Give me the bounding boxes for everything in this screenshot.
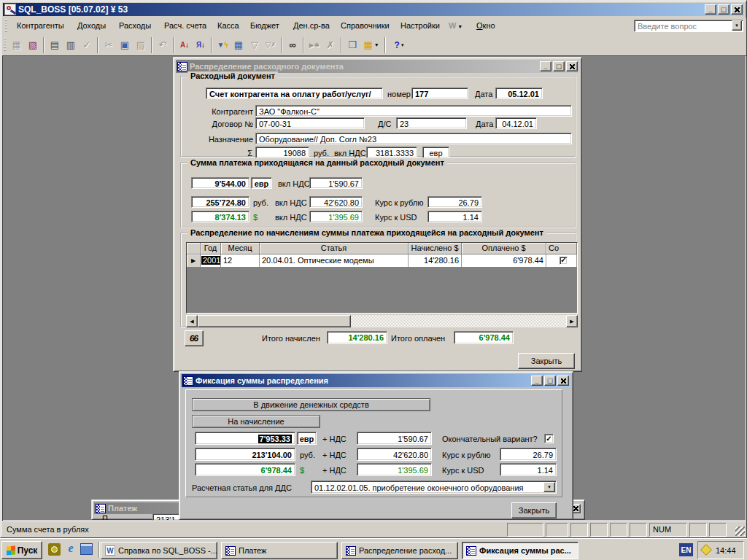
menu-kontragenty[interactable]: Контрагенты bbox=[15, 20, 66, 31]
start-button[interactable]: Пуск bbox=[1, 541, 42, 559]
d2-close-button[interactable] bbox=[557, 376, 569, 386]
d2-minimize-button[interactable] bbox=[531, 376, 543, 386]
header-accrued[interactable]: Начислено $ bbox=[409, 243, 462, 254]
print-icon[interactable]: ▤ bbox=[47, 37, 63, 53]
print-preview-icon[interactable]: ▥ bbox=[63, 37, 79, 53]
rate-rub-field[interactable]: 26.79 bbox=[427, 196, 482, 208]
row-selector-icon[interactable] bbox=[187, 254, 201, 267]
task-fixation[interactable]: Фиксация суммы рас... bbox=[462, 542, 578, 559]
menu-nastroyki[interactable]: Настройки bbox=[399, 20, 441, 31]
pay-usd-vat-field[interactable]: 1'395.69 bbox=[309, 211, 363, 222]
contractor-field[interactable]: ЗАО "Фалкон-С" bbox=[255, 105, 572, 117]
menu-rasch-scheta[interactable]: Расч. счета bbox=[163, 20, 208, 31]
pay-eur-cur-field[interactable]: евр bbox=[251, 177, 272, 189]
question-box[interactable]: Введите вопрос bbox=[634, 20, 743, 32]
scroll-thumb[interactable] bbox=[198, 315, 351, 327]
new-record-icon[interactable]: ▶✱ bbox=[306, 37, 322, 53]
sort-descending-icon[interactable]: Я↓ bbox=[193, 37, 209, 53]
fix-eur-vat-field[interactable]: 1'590.67 bbox=[357, 432, 432, 445]
cell-paid[interactable]: 6'978.44 bbox=[462, 254, 546, 267]
fix-eur-field[interactable]: 7'953.33 bbox=[195, 432, 295, 445]
d1-close-button[interactable] bbox=[566, 61, 578, 71]
menu-grip[interactable] bbox=[5, 19, 7, 34]
menu-raskhody[interactable]: Расходы bbox=[117, 20, 152, 31]
new-object-icon[interactable]: ▦ ▼ bbox=[360, 37, 382, 53]
toolbar-grip[interactable] bbox=[4, 38, 6, 52]
word-menu-icon[interactable]: W ▼ bbox=[447, 20, 464, 32]
dds-dropdown-icon[interactable] bbox=[543, 482, 555, 492]
d2-close-action-button[interactable]: Закрыть bbox=[511, 502, 557, 518]
quicklaunch-app-icon[interactable] bbox=[48, 543, 61, 556]
pay-usd-field[interactable]: 8'374.13 bbox=[191, 211, 249, 222]
header-month[interactable]: Месяц bbox=[221, 243, 260, 254]
purpose-field[interactable]: Оборудование// Доп. Согл №23 bbox=[255, 133, 572, 144]
d2-maximize-button[interactable] bbox=[544, 376, 556, 386]
sort-ascending-icon[interactable]: А↓ bbox=[177, 37, 193, 53]
d1-close-action-button[interactable]: Закрыть bbox=[518, 353, 575, 369]
database-window-icon[interactable]: ❒ bbox=[344, 37, 360, 53]
header-year[interactable]: Год bbox=[201, 243, 221, 254]
cash-flow-button[interactable]: В движение денежных средств bbox=[192, 398, 430, 411]
doc-date-field[interactable]: 05.12.01 bbox=[495, 88, 543, 99]
tray-icon[interactable] bbox=[700, 544, 712, 556]
date2-field[interactable]: 04.12.01 bbox=[495, 117, 537, 129]
table-hscrollbar[interactable]: ◀ ▶ bbox=[186, 315, 578, 327]
resize-grip[interactable] bbox=[735, 526, 745, 536]
spelling-icon[interactable]: ✓ bbox=[79, 37, 95, 53]
main-close-button[interactable] bbox=[731, 4, 743, 15]
cut-icon[interactable]: ✂ bbox=[101, 37, 117, 53]
d1-maximize-button[interactable] bbox=[553, 61, 565, 71]
main-minimize-button[interactable] bbox=[705, 4, 716, 15]
cell-co[interactable] bbox=[546, 254, 577, 267]
dds-combo[interactable]: 01.12.02.01.05. приобретение оконечного … bbox=[311, 481, 557, 494]
menu-den-sredstva[interactable]: Ден.ср-ва bbox=[292, 20, 331, 31]
fix-usd-vat-field[interactable]: 1'395.69 bbox=[357, 463, 432, 476]
total-paid-field[interactable]: 6'978.44 bbox=[454, 331, 514, 344]
copy-icon[interactable]: ▣ bbox=[117, 37, 133, 53]
question-box-dropdown-icon[interactable] bbox=[732, 20, 742, 31]
cell-month[interactable]: 12 bbox=[221, 254, 260, 267]
contract-field[interactable]: 07-00-31 bbox=[255, 117, 365, 129]
header-co[interactable]: Со bbox=[546, 243, 577, 254]
pay-rub-field[interactable]: 255'724.80 bbox=[191, 196, 249, 208]
menu-byudzhet[interactable]: Бюджет bbox=[249, 20, 281, 31]
total-accrued-field[interactable]: 14'280.16 bbox=[327, 331, 387, 344]
task-help[interactable]: Справка по SQL_BOSS -... bbox=[101, 542, 217, 559]
menu-dokhody[interactable]: Доходы bbox=[76, 20, 107, 31]
menu-spravochniki[interactable]: Справочники bbox=[339, 20, 391, 31]
clock[interactable]: 14:44 bbox=[716, 546, 736, 556]
cell-year[interactable]: 2001 bbox=[201, 254, 221, 267]
filter-icon[interactable]: ▽ bbox=[247, 37, 263, 53]
task-distribution[interactable]: Распределение расход... bbox=[341, 542, 458, 559]
table-row[interactable]: 2001 12 20.04.01. Оптические модемы 14'2… bbox=[187, 254, 577, 267]
remove-filter-icon[interactable]: ▽✗ bbox=[263, 37, 279, 53]
save-icon[interactable]: ▦ bbox=[9, 37, 25, 53]
pay-eur-field[interactable]: 9'544.00 bbox=[191, 177, 249, 189]
delete-record-icon[interactable]: ✗ bbox=[322, 37, 338, 53]
pay-eur-vat-field[interactable]: 1'590.67 bbox=[309, 177, 363, 189]
cell-article[interactable]: 20.04.01. Оптические модемы bbox=[260, 254, 409, 267]
main-maximize-button[interactable] bbox=[718, 4, 729, 15]
doc-vat-field[interactable]: 3181.3333 bbox=[366, 147, 417, 158]
task-payment[interactable]: Платеж bbox=[221, 542, 338, 559]
pay-rub-vat-field[interactable]: 42'620.80 bbox=[309, 196, 363, 208]
find-icon[interactable]: ∞ bbox=[285, 37, 301, 53]
language-indicator[interactable]: EN bbox=[679, 543, 693, 556]
row-checkbox[interactable] bbox=[560, 257, 568, 265]
fix-eur-cur-field[interactable]: евр bbox=[297, 432, 317, 445]
fix-rub-field[interactable]: 213'104.00 bbox=[195, 448, 295, 461]
menu-kassa[interactable]: Касса bbox=[216, 20, 241, 31]
quicklaunch-ie-icon[interactable]: e bbox=[64, 542, 77, 556]
rate-usd-field[interactable]: 1.14 bbox=[427, 211, 482, 222]
final-variant-checkbox[interactable] bbox=[544, 434, 554, 443]
d1-minimize-button[interactable] bbox=[540, 61, 551, 71]
scroll-right-icon[interactable]: ▶ bbox=[566, 315, 578, 327]
doc-sum-field[interactable]: 19088 bbox=[255, 147, 309, 158]
filter-by-selection-icon[interactable]: ▼ϟ bbox=[214, 37, 231, 53]
undo-icon[interactable]: ↶ bbox=[155, 37, 171, 53]
header-paid[interactable]: Оплачено $ bbox=[462, 243, 546, 254]
quicklaunch-outlook-icon[interactable] bbox=[80, 543, 93, 555]
scroll-left-icon[interactable]: ◀ bbox=[186, 315, 198, 327]
cell-accrued[interactable]: 14'280.16 bbox=[409, 254, 462, 267]
glasses-button[interactable]: 66 bbox=[185, 330, 204, 346]
